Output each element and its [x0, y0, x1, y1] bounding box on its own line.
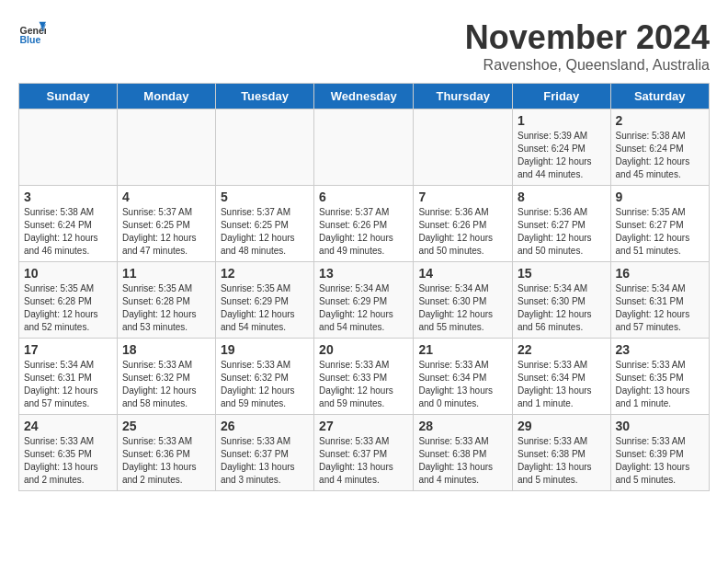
day-number: 9: [616, 190, 704, 204]
day-info: Sunrise: 5:33 AM Sunset: 6:34 PM Dayligh…: [418, 359, 507, 410]
weekday-header-monday: Monday: [117, 84, 215, 109]
day-info: Sunrise: 5:33 AM Sunset: 6:37 PM Dayligh…: [221, 435, 309, 487]
calendar-cell: 11Sunrise: 5:35 AM Sunset: 6:28 PM Dayli…: [117, 262, 215, 339]
day-number: 1: [518, 113, 606, 128]
calendar-cell: 29Sunrise: 5:33 AM Sunset: 6:38 PM Dayli…: [513, 415, 611, 491]
day-number: 14: [418, 266, 507, 281]
day-info: Sunrise: 5:33 AM Sunset: 6:35 PM Dayligh…: [616, 359, 704, 410]
calendar-cell: 18Sunrise: 5:33 AM Sunset: 6:32 PM Dayli…: [117, 339, 215, 415]
calendar-cell: 10Sunrise: 5:35 AM Sunset: 6:28 PM Dayli…: [19, 262, 118, 339]
weekday-header-wednesday: Wednesday: [314, 84, 414, 109]
day-number: 20: [319, 342, 408, 357]
calendar-cell: 14Sunrise: 5:34 AM Sunset: 6:30 PM Dayli…: [414, 262, 513, 339]
calendar-cell: 12Sunrise: 5:35 AM Sunset: 6:29 PM Dayli…: [215, 262, 313, 339]
main-title: November 2024: [465, 18, 710, 57]
day-info: Sunrise: 5:37 AM Sunset: 6:26 PM Dayligh…: [319, 206, 408, 258]
day-number: 27: [319, 419, 408, 433]
calendar-cell: 6Sunrise: 5:37 AM Sunset: 6:26 PM Daylig…: [314, 186, 414, 262]
week-row-2: 3Sunrise: 5:38 AM Sunset: 6:24 PM Daylig…: [19, 186, 710, 262]
day-number: 5: [221, 190, 309, 204]
calendar-cell: 28Sunrise: 5:33 AM Sunset: 6:38 PM Dayli…: [414, 415, 513, 491]
day-number: 15: [518, 266, 606, 281]
day-info: Sunrise: 5:33 AM Sunset: 6:37 PM Dayligh…: [319, 435, 408, 487]
calendar-cell: [19, 109, 118, 186]
day-number: 12: [221, 266, 309, 281]
day-info: Sunrise: 5:39 AM Sunset: 6:24 PM Dayligh…: [518, 130, 606, 181]
day-number: 29: [518, 419, 606, 433]
day-info: Sunrise: 5:33 AM Sunset: 6:32 PM Dayligh…: [221, 359, 309, 410]
day-info: Sunrise: 5:34 AM Sunset: 6:30 PM Dayligh…: [518, 282, 606, 334]
calendar-cell: 30Sunrise: 5:33 AM Sunset: 6:39 PM Dayli…: [610, 415, 709, 491]
day-info: Sunrise: 5:34 AM Sunset: 6:30 PM Dayligh…: [418, 282, 507, 334]
day-info: Sunrise: 5:33 AM Sunset: 6:38 PM Dayligh…: [518, 435, 606, 487]
calendar-cell: 13Sunrise: 5:34 AM Sunset: 6:29 PM Dayli…: [314, 262, 414, 339]
weekday-header-thursday: Thursday: [414, 84, 513, 109]
weekday-header-friday: Friday: [513, 84, 611, 109]
calendar-table: SundayMondayTuesdayWednesdayThursdayFrid…: [18, 83, 710, 491]
weekday-header-tuesday: Tuesday: [215, 84, 313, 109]
day-number: 21: [418, 342, 507, 357]
day-number: 19: [221, 342, 309, 357]
day-info: Sunrise: 5:38 AM Sunset: 6:24 PM Dayligh…: [24, 206, 112, 258]
calendar-cell: 25Sunrise: 5:33 AM Sunset: 6:36 PM Dayli…: [117, 415, 215, 491]
day-number: 7: [418, 190, 507, 204]
calendar-cell: 27Sunrise: 5:33 AM Sunset: 6:37 PM Dayli…: [314, 415, 414, 491]
logo: General Blue: [18, 18, 46, 46]
day-number: 23: [616, 342, 704, 357]
day-info: Sunrise: 5:34 AM Sunset: 6:31 PM Dayligh…: [616, 282, 704, 334]
calendar-body: 1Sunrise: 5:39 AM Sunset: 6:24 PM Daylig…: [19, 109, 710, 491]
day-number: 18: [122, 342, 210, 357]
day-number: 8: [518, 190, 606, 204]
day-number: 6: [319, 190, 408, 204]
day-info: Sunrise: 5:33 AM Sunset: 6:34 PM Dayligh…: [518, 359, 606, 410]
day-info: Sunrise: 5:35 AM Sunset: 6:29 PM Dayligh…: [221, 282, 309, 334]
day-info: Sunrise: 5:36 AM Sunset: 6:26 PM Dayligh…: [418, 206, 507, 258]
calendar-cell: [414, 109, 513, 186]
calendar-cell: 5Sunrise: 5:37 AM Sunset: 6:25 PM Daylig…: [215, 186, 313, 262]
subtitle: Ravenshoe, Queensland, Australia: [465, 57, 710, 74]
day-number: 25: [122, 419, 210, 433]
week-row-5: 24Sunrise: 5:33 AM Sunset: 6:35 PM Dayli…: [19, 415, 710, 491]
calendar-cell: 21Sunrise: 5:33 AM Sunset: 6:34 PM Dayli…: [414, 339, 513, 415]
day-number: 10: [24, 266, 112, 281]
calendar-cell: 2Sunrise: 5:38 AM Sunset: 6:24 PM Daylig…: [610, 109, 709, 186]
title-section: November 2024 Ravenshoe, Queensland, Aus…: [465, 18, 710, 74]
day-info: Sunrise: 5:33 AM Sunset: 6:38 PM Dayligh…: [418, 435, 507, 487]
day-number: 3: [24, 190, 112, 204]
day-number: 4: [122, 190, 210, 204]
week-row-1: 1Sunrise: 5:39 AM Sunset: 6:24 PM Daylig…: [19, 109, 710, 186]
calendar-cell: [117, 109, 215, 186]
day-info: Sunrise: 5:37 AM Sunset: 6:25 PM Dayligh…: [122, 206, 210, 258]
day-number: 26: [221, 419, 309, 433]
day-info: Sunrise: 5:35 AM Sunset: 6:28 PM Dayligh…: [24, 282, 112, 334]
day-number: 2: [616, 113, 704, 128]
day-number: 17: [24, 342, 112, 357]
calendar-cell: 23Sunrise: 5:33 AM Sunset: 6:35 PM Dayli…: [610, 339, 709, 415]
day-number: 30: [616, 419, 704, 433]
day-info: Sunrise: 5:34 AM Sunset: 6:31 PM Dayligh…: [24, 359, 112, 410]
logo-icon: General Blue: [18, 18, 46, 46]
day-number: 28: [418, 419, 507, 433]
day-number: 16: [616, 266, 704, 281]
day-number: 24: [24, 419, 112, 433]
calendar-cell: 20Sunrise: 5:33 AM Sunset: 6:33 PM Dayli…: [314, 339, 414, 415]
calendar-cell: 3Sunrise: 5:38 AM Sunset: 6:24 PM Daylig…: [19, 186, 118, 262]
day-info: Sunrise: 5:33 AM Sunset: 6:33 PM Dayligh…: [319, 359, 408, 410]
calendar-cell: 19Sunrise: 5:33 AM Sunset: 6:32 PM Dayli…: [215, 339, 313, 415]
day-info: Sunrise: 5:37 AM Sunset: 6:25 PM Dayligh…: [221, 206, 309, 258]
week-row-3: 10Sunrise: 5:35 AM Sunset: 6:28 PM Dayli…: [19, 262, 710, 339]
calendar-cell: [314, 109, 414, 186]
calendar-cell: [215, 109, 313, 186]
calendar-cell: 4Sunrise: 5:37 AM Sunset: 6:25 PM Daylig…: [117, 186, 215, 262]
day-info: Sunrise: 5:38 AM Sunset: 6:24 PM Dayligh…: [616, 130, 704, 181]
calendar-cell: 7Sunrise: 5:36 AM Sunset: 6:26 PM Daylig…: [414, 186, 513, 262]
calendar-cell: 15Sunrise: 5:34 AM Sunset: 6:30 PM Dayli…: [513, 262, 611, 339]
weekday-header-saturday: Saturday: [610, 84, 709, 109]
weekday-header-row: SundayMondayTuesdayWednesdayThursdayFrid…: [19, 84, 710, 109]
calendar-cell: 26Sunrise: 5:33 AM Sunset: 6:37 PM Dayli…: [215, 415, 313, 491]
day-info: Sunrise: 5:35 AM Sunset: 6:27 PM Dayligh…: [616, 206, 704, 258]
day-number: 22: [518, 342, 606, 357]
day-info: Sunrise: 5:35 AM Sunset: 6:28 PM Dayligh…: [122, 282, 210, 334]
svg-text:Blue: Blue: [20, 34, 41, 45]
calendar-cell: 1Sunrise: 5:39 AM Sunset: 6:24 PM Daylig…: [513, 109, 611, 186]
